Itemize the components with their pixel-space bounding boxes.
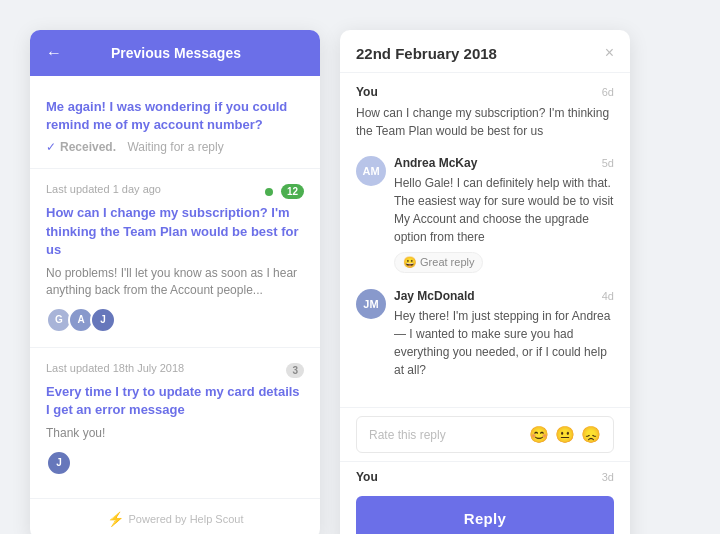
- message-badge: 3: [286, 363, 304, 378]
- message-badge: 12: [281, 184, 304, 199]
- check-icon: ✓: [46, 140, 56, 154]
- conversation-body: You 6d How can I change my subscription?…: [340, 73, 630, 407]
- message-footer: G A J: [46, 307, 304, 333]
- conv-time: 5d: [602, 157, 614, 169]
- green-dot: [265, 188, 273, 196]
- rate-emojis: 😊 😐 😞: [529, 425, 601, 444]
- conversation-message: AM Andrea McKay 5d Hello Gale! I can def…: [356, 156, 614, 273]
- conv-msg-with-avatar: AM Andrea McKay 5d Hello Gale! I can def…: [356, 156, 614, 273]
- left-header: ← Previous Messages: [30, 30, 320, 76]
- avatar: AM: [356, 156, 386, 186]
- message-title: Me again! I was wondering if you could r…: [46, 98, 304, 134]
- message-header-row: Last updated 18th July 2018 3: [46, 362, 304, 379]
- conv-msg-header: You 6d: [356, 85, 614, 99]
- left-panel: ← Previous Messages Me again! I was wond…: [30, 30, 320, 534]
- you-label: You: [356, 470, 378, 484]
- powered-by: ⚡ Powered by Help Scout: [30, 498, 320, 534]
- avatar: J: [46, 450, 72, 476]
- message-preview: No problems! I'll let you know as soon a…: [46, 265, 304, 299]
- back-button[interactable]: ←: [46, 44, 62, 62]
- conversation-message: You 6d How can I change my subscription?…: [356, 85, 614, 140]
- conv-sender: You: [356, 85, 378, 99]
- messages-list: Me again! I was wondering if you could r…: [30, 76, 320, 498]
- list-item[interactable]: Last updated 1 day ago 12 How can I chan…: [30, 169, 320, 347]
- message-title: How can I change my subscription? I'm th…: [46, 204, 304, 259]
- conv-reaction: 😀 Great reply: [394, 252, 483, 273]
- you-section: You 3d: [340, 462, 630, 488]
- rate-emoji-neutral[interactable]: 😐: [555, 425, 575, 444]
- conv-sender: Jay McDonald: [394, 289, 475, 303]
- reply-button[interactable]: Reply: [356, 496, 614, 534]
- app-container: ← Previous Messages Me again! I was wond…: [0, 0, 720, 534]
- avatar: JM: [356, 289, 386, 319]
- right-header: 22nd February 2018 ×: [340, 30, 630, 73]
- message-header-row: Last updated 1 day ago 12: [46, 183, 304, 200]
- rate-emoji-sad[interactable]: 😞: [581, 425, 601, 444]
- message-meta: Last updated 1 day ago: [46, 183, 161, 195]
- message-status: ✓ Received. Waiting for a reply: [46, 140, 304, 154]
- conv-sender: Andrea McKay: [394, 156, 477, 170]
- conversation-date: 22nd February 2018: [356, 45, 497, 62]
- conv-text: How can I change my subscription? I'm th…: [356, 104, 614, 140]
- you-time: 3d: [602, 471, 614, 483]
- badge-container: 12: [265, 184, 304, 199]
- rate-label: Rate this reply: [369, 428, 446, 442]
- right-panel: 22nd February 2018 × You 6d How can I ch…: [340, 30, 630, 534]
- conv-time: 6d: [602, 86, 614, 98]
- conversation-message: JM Jay McDonald 4d Hey there! I'm just s…: [356, 289, 614, 379]
- message-footer: J: [46, 450, 304, 476]
- rate-section: Rate this reply 😊 😐 😞: [340, 407, 630, 462]
- reply-btn-container: Reply: [340, 488, 630, 534]
- rate-emoji-happy[interactable]: 😊: [529, 425, 549, 444]
- close-button[interactable]: ×: [605, 44, 614, 62]
- rate-box: Rate this reply 😊 😐 😞: [356, 416, 614, 453]
- conv-time: 4d: [602, 290, 614, 302]
- list-item[interactable]: Last updated 18th July 2018 3 Every time…: [30, 348, 320, 490]
- avatars-group: J: [46, 450, 68, 476]
- left-panel-title: Previous Messages: [72, 45, 280, 61]
- conv-text: Hello Gale! I can definitely help with t…: [394, 174, 614, 246]
- message-preview: Thank you!: [46, 425, 304, 442]
- conv-text: Hey there! I'm just stepping in for Andr…: [394, 307, 614, 379]
- conv-msg-with-avatar: JM Jay McDonald 4d Hey there! I'm just s…: [356, 289, 614, 379]
- message-title: Every time I try to update my card detai…: [46, 383, 304, 419]
- list-item[interactable]: Me again! I was wondering if you could r…: [30, 84, 320, 169]
- avatars-group: G A J: [46, 307, 112, 333]
- helpscout-icon: ⚡: [107, 511, 124, 527]
- avatar: J: [90, 307, 116, 333]
- message-meta: Last updated 18th July 2018: [46, 362, 184, 374]
